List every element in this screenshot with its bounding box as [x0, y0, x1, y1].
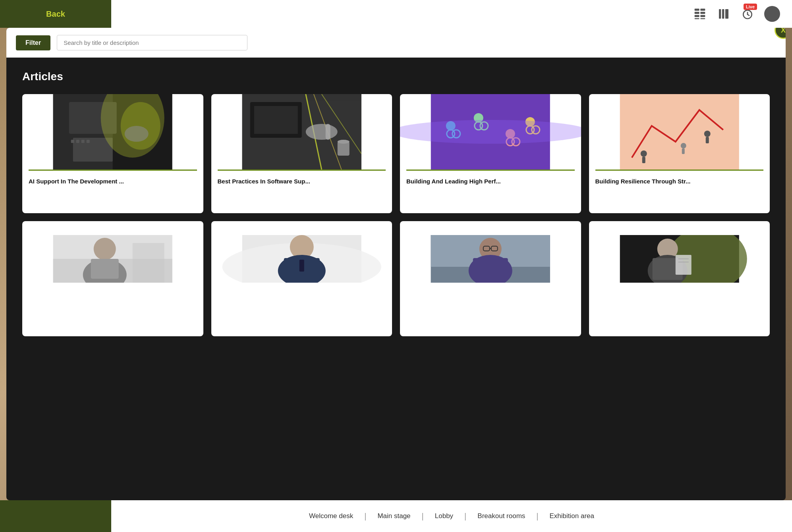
bottom-navigation: Welcome desk | Main stage | Lobby | Brea… — [0, 500, 792, 532]
nav-breakout-rooms[interactable]: Breakout rooms — [466, 512, 536, 520]
svg-rect-23 — [81, 140, 85, 143]
svg-rect-21 — [71, 140, 74, 143]
article-card[interactable]: Best Practices In Software Sup... — [211, 94, 392, 213]
svg-rect-5 — [700, 15, 705, 17]
svg-rect-71 — [299, 260, 304, 272]
svg-rect-55 — [642, 157, 645, 163]
svg-point-27 — [125, 126, 149, 142]
user-avatar-icon[interactable] — [764, 6, 780, 22]
svg-rect-1 — [700, 9, 705, 11]
svg-rect-4 — [695, 15, 699, 17]
article-card[interactable] — [400, 221, 581, 336]
svg-point-54 — [640, 150, 647, 157]
nav-lobby[interactable]: Lobby — [424, 512, 464, 520]
bottom-left-area — [0, 500, 111, 532]
svg-line-13 — [748, 14, 749, 15]
svg-point-26 — [121, 102, 160, 150]
svg-rect-77 — [473, 258, 508, 280]
article-title: Building Resilience Through Str... — [589, 171, 770, 192]
svg-rect-0 — [695, 9, 699, 11]
svg-rect-62 — [133, 243, 164, 283]
svg-rect-53 — [620, 94, 739, 170]
main-modal: Filter X Articles — [6, 28, 786, 500]
articles-title: Articles — [22, 70, 770, 83]
svg-rect-2 — [695, 12, 699, 14]
card-bottom — [400, 297, 581, 336]
back-button[interactable]: Back — [0, 0, 111, 28]
card-bottom — [211, 297, 392, 336]
svg-rect-65 — [91, 259, 119, 279]
svg-point-56 — [704, 131, 710, 137]
nav-exhibition-area[interactable]: Exhibition area — [539, 512, 605, 520]
article-card[interactable]: Building Resilience Through Str... — [589, 94, 770, 213]
svg-rect-22 — [76, 140, 79, 143]
svg-rect-31 — [254, 106, 297, 134]
close-modal-button[interactable]: X — [775, 28, 786, 39]
search-input[interactable] — [57, 35, 247, 50]
schedule-icon[interactable]: Live — [740, 7, 755, 21]
articles-area: Articles — [6, 58, 786, 500]
svg-rect-37 — [337, 142, 349, 156]
card-bottom — [22, 297, 203, 336]
svg-point-38 — [337, 140, 349, 144]
svg-point-16 — [770, 10, 775, 14]
article-title: AI Support In The Development ... — [22, 171, 203, 192]
article-image — [22, 94, 203, 170]
svg-rect-36 — [325, 124, 330, 140]
svg-rect-57 — [705, 137, 709, 143]
article-card[interactable]: Building And Leading High Perf... — [400, 94, 581, 213]
article-image — [211, 94, 392, 170]
article-image — [589, 94, 770, 170]
card-bottom — [589, 297, 770, 336]
svg-rect-3 — [700, 12, 705, 14]
svg-point-58 — [680, 143, 686, 148]
article-image — [211, 221, 392, 297]
svg-point-35 — [305, 124, 337, 140]
filter-bar: Filter X — [6, 28, 786, 58]
bottom-nav-links: Welcome desk | Main stage | Lobby | Brea… — [111, 500, 792, 532]
article-image — [400, 94, 581, 170]
library-icon[interactable] — [717, 7, 731, 21]
svg-rect-8 — [719, 9, 721, 19]
filter-button[interactable]: Filter — [16, 35, 50, 50]
articles-grid: AI Support In The Development ... — [22, 94, 770, 336]
svg-point-52 — [400, 120, 581, 144]
article-title: Building And Leading High Perf... — [400, 171, 581, 192]
nav-main-stage[interactable]: Main stage — [366, 512, 421, 520]
article-card[interactable] — [211, 221, 392, 336]
article-card[interactable]: AI Support In The Development ... — [22, 94, 203, 213]
article-card[interactable] — [589, 221, 770, 336]
nav-right-area: Live — [111, 0, 792, 28]
article-image — [22, 221, 203, 297]
article-title: Best Practices In Software Sup... — [211, 171, 392, 192]
nav-welcome-desk[interactable]: Welcome desk — [298, 512, 364, 520]
svg-rect-6 — [695, 18, 699, 19]
grid-icon[interactable] — [693, 7, 707, 21]
article-image — [589, 221, 770, 297]
article-card[interactable] — [22, 221, 203, 336]
svg-point-63 — [94, 238, 116, 260]
svg-rect-7 — [700, 18, 705, 19]
top-navigation: Back — [0, 0, 792, 28]
svg-rect-86 — [675, 255, 691, 275]
svg-rect-24 — [87, 140, 90, 143]
live-badge: Live — [744, 4, 757, 10]
svg-rect-9 — [722, 9, 724, 19]
svg-rect-59 — [682, 148, 684, 154]
svg-rect-10 — [725, 9, 728, 19]
article-image — [400, 221, 581, 297]
